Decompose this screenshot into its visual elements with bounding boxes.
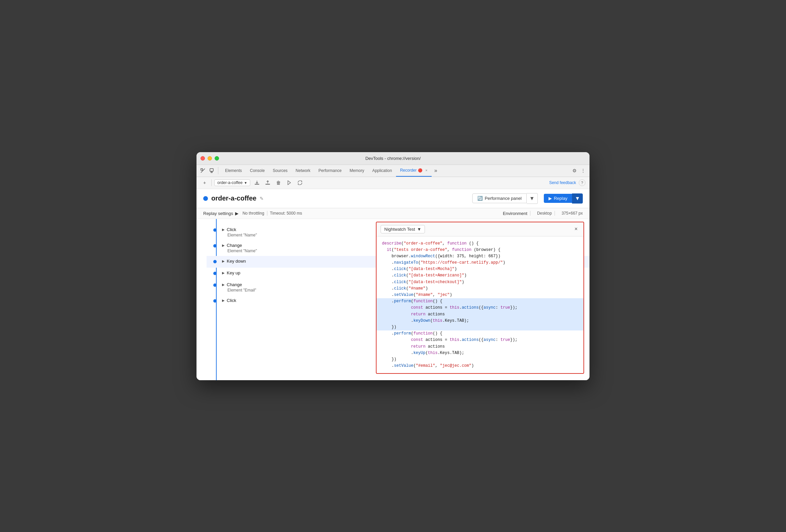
- more-options-icon[interactable]: ⋮: [579, 167, 587, 174]
- maximize-window-button[interactable]: [215, 156, 219, 161]
- format-selector[interactable]: Nightwatch Test ▼: [380, 225, 425, 233]
- replay-settings-toggle[interactable]: Replay settings ▶: [203, 211, 238, 216]
- close-window-button[interactable]: [201, 156, 205, 161]
- browser-window: DevTools - chrome://version/ Elements: [196, 152, 590, 380]
- toolbar-divider-1: [211, 179, 212, 186]
- svg-marker-4: [288, 181, 291, 185]
- code-line: it("tests order-a-coffee", function (bro…: [382, 247, 578, 253]
- code-line: .click("[data-test=Americano]"): [382, 272, 578, 279]
- export-recording-icon[interactable]: [253, 179, 261, 187]
- code-line: describe("order-a-coffee", function () {: [382, 240, 578, 247]
- recording-title: order-a-coffee: [211, 194, 256, 202]
- tab-sources[interactable]: Sources: [269, 165, 292, 177]
- replay-play-icon: ▶: [549, 196, 552, 201]
- environment-label: Environment: [503, 211, 527, 216]
- step-dot: [213, 272, 217, 275]
- replay-dropdown-icon[interactable]: ▼: [572, 193, 583, 204]
- recorder-toolbar: + order-a-coffee ▼ 🗑 Send feedback ?: [196, 177, 590, 189]
- help-button[interactable]: ?: [579, 179, 585, 186]
- code-line: .click("#name"): [382, 285, 578, 292]
- tab-console[interactable]: Console: [246, 165, 269, 177]
- recording-header: order-a-coffee ✎ 🔄 Performance panel ▼ ▶…: [196, 189, 590, 208]
- tab-memory[interactable]: Memory: [346, 165, 368, 177]
- settings-expand-icon: ▶: [235, 211, 238, 216]
- step-expand-icon[interactable]: ▶: [222, 283, 225, 286]
- play-recording-icon[interactable]: [285, 179, 293, 187]
- tab-application[interactable]: Application: [368, 165, 396, 177]
- timeout-setting: Timeout: 5000 ms: [270, 211, 302, 216]
- replay-button-group: ▶ Replay ▼: [544, 193, 583, 204]
- devtools-right-icons: ⚙ ⋮: [571, 167, 587, 174]
- code-line: .navigateTo("https://coffee-cart.netlify…: [382, 260, 578, 266]
- step-expand-icon[interactable]: ▶: [222, 299, 225, 302]
- code-line-highlighted: const actions = this.actions({async: tru…: [376, 305, 583, 311]
- code-line-highlighted: }): [376, 324, 583, 330]
- code-line-highlighted: .perform(function() {: [376, 298, 583, 305]
- code-line: .click("[data-test=Mocha]"): [382, 266, 578, 272]
- resolution-setting: 375×667 px: [562, 211, 583, 216]
- recorder-tab-content: Recorder 🔴 ×: [400, 168, 427, 172]
- delete-recording-icon[interactable]: 🗑: [274, 179, 282, 187]
- svg-rect-3: [211, 171, 212, 172]
- device-toolbar-icon[interactable]: [208, 167, 215, 174]
- code-line: }): [382, 356, 578, 363]
- step-dot: [213, 283, 217, 287]
- devtools-tabs: Elements Console Sources Network Perform…: [221, 165, 571, 177]
- code-line: .keyUp(this.Keys.TAB);: [382, 350, 578, 356]
- replay-button[interactable]: ▶ Replay: [544, 194, 572, 203]
- settings-divider: [267, 211, 268, 216]
- devtools-tab-bar: Elements Console Sources Network Perform…: [196, 165, 590, 177]
- title-bar: DevTools - chrome://version/: [196, 152, 590, 165]
- step-expand-icon[interactable]: ▶: [222, 259, 225, 263]
- format-chevron-icon: ▼: [417, 227, 421, 232]
- import-recording-icon[interactable]: [264, 179, 272, 187]
- code-line-highlighted: return actions: [376, 311, 583, 318]
- main-content: order-a-coffee ✎ 🔄 Performance panel ▼ ▶…: [196, 189, 590, 380]
- performance-panel-button[interactable]: 🔄 Performance panel: [472, 193, 527, 203]
- code-line: const actions = this.actions({async: tru…: [382, 337, 578, 343]
- code-content[interactable]: describe("order-a-coffee", function () {…: [376, 236, 583, 373]
- tab-performance[interactable]: Performance: [315, 165, 346, 177]
- settings-gear-icon[interactable]: ⚙: [571, 167, 578, 174]
- devtools-left-icons: [199, 167, 218, 174]
- code-export-panel: Nightwatch Test ▼ × describe("order-a-co…: [376, 222, 584, 374]
- code-line: return actions: [382, 344, 578, 350]
- perf-panel-dropdown-icon[interactable]: ▼: [527, 193, 538, 204]
- step-dot: [213, 260, 217, 263]
- step-dot: [213, 228, 217, 232]
- step-dot: [213, 244, 217, 248]
- code-panel-header: Nightwatch Test ▼ ×: [376, 222, 583, 236]
- tab-network[interactable]: Network: [292, 165, 315, 177]
- step-expand-icon[interactable]: ▶: [222, 271, 225, 275]
- recording-selector[interactable]: order-a-coffee ▼: [214, 179, 250, 186]
- throttle-setting: No throttling: [242, 211, 264, 216]
- step-expand-icon[interactable]: ▶: [222, 228, 225, 231]
- settings-row: Replay settings ▶ No throttling Timeout:…: [196, 208, 590, 219]
- step-expand-icon[interactable]: ▶: [222, 244, 225, 247]
- more-tabs-icon[interactable]: »: [432, 168, 440, 174]
- step-dot: [213, 299, 217, 303]
- perf-panel-button-group: 🔄 Performance panel ▼: [472, 193, 538, 204]
- traffic-lights: [201, 156, 219, 161]
- code-line: browser.windowRect({width: 375, height: …: [382, 253, 578, 260]
- edit-recording-name-icon[interactable]: ✎: [260, 196, 264, 201]
- steps-area: ▶ Click Element "Name" ⋮ ▶: [196, 219, 590, 380]
- new-recording-button[interactable]: +: [201, 179, 209, 187]
- close-recorder-tab-icon[interactable]: ×: [425, 168, 427, 172]
- desktop-setting: Desktop: [537, 211, 552, 216]
- code-line: .setValue("#name", "jec"): [382, 292, 578, 298]
- tab-recorder[interactable]: Recorder 🔴 ×: [396, 165, 432, 177]
- env-divider-2: [555, 211, 555, 216]
- svg-rect-2: [210, 169, 213, 171]
- tab-elements[interactable]: Elements: [221, 165, 246, 177]
- svg-rect-0: [201, 169, 203, 170]
- minimize-window-button[interactable]: [208, 156, 212, 161]
- recording-status-dot: [203, 196, 208, 201]
- inspect-element-icon[interactable]: [199, 167, 207, 174]
- code-line: .perform(function() {: [382, 330, 578, 337]
- svg-line-1: [201, 169, 205, 172]
- window-title: DevTools - chrome://version/: [366, 156, 421, 161]
- send-feedback-link[interactable]: Send feedback: [549, 180, 576, 185]
- close-code-panel-icon[interactable]: ×: [573, 226, 579, 232]
- loop-icon[interactable]: [296, 179, 304, 187]
